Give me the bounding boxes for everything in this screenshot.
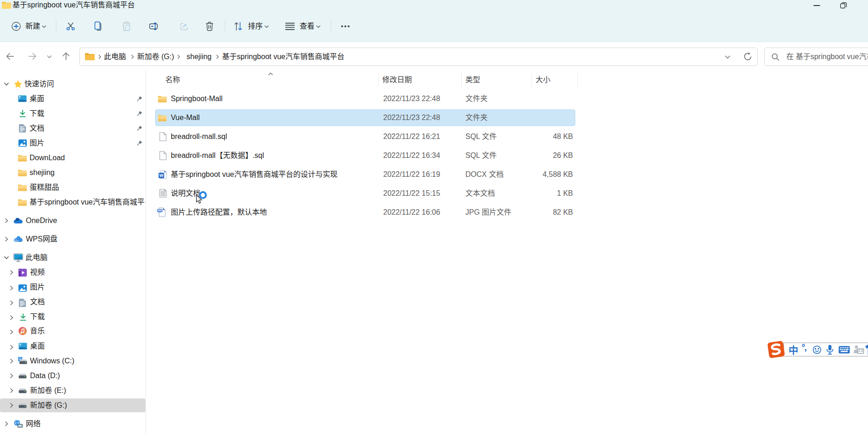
- svg-text:W: W: [159, 173, 163, 178]
- svg-text:JPG: JPG: [157, 209, 162, 212]
